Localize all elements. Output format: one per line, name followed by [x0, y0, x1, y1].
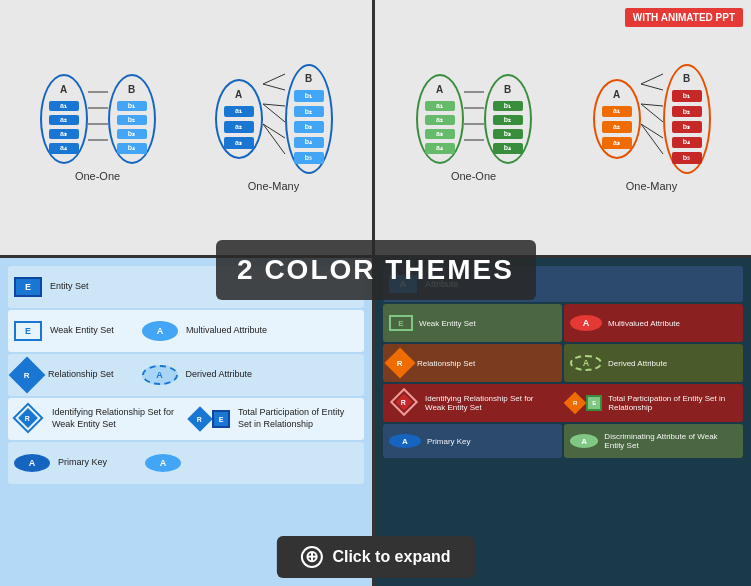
- node-oa1: a₁: [602, 106, 632, 118]
- total-r-dark: R: [573, 400, 577, 406]
- total-part-diamond-dark: R: [564, 392, 587, 415]
- set-a-oval-green: A a₁ a₂ a₃ a₄: [416, 74, 464, 164]
- node-oa3: a₃: [602, 137, 632, 149]
- diagram-one-many-orange: A a₁ a₂ a₃ B b₁: [593, 64, 711, 192]
- derived-icon: A: [142, 365, 178, 385]
- node-b2-many: b₂: [294, 106, 324, 117]
- set-a-label: A: [60, 84, 67, 95]
- node-a2-many: a₂: [224, 121, 254, 133]
- attr-small-icon: A: [145, 454, 181, 472]
- discriminating-dark: A Discriminating Attribute of Weak Entit…: [564, 424, 743, 458]
- relationship-diamond: R: [9, 357, 46, 394]
- one-one-visual-green: A a₁ a₂ a₃ a₄ B b₁ b: [416, 74, 532, 164]
- total-part-dark-text: Total Participation of Entity Set in Rel…: [608, 394, 735, 412]
- set-b-label-orange: B: [683, 73, 690, 84]
- identifying-icon: R: [14, 404, 44, 434]
- set-a-label-green: A: [436, 84, 443, 95]
- identifying-diamond-wrap: R: [14, 404, 44, 434]
- one-one-connectors: [88, 74, 108, 164]
- primary-key-oval: A: [14, 454, 50, 472]
- svg-line-14: [641, 74, 663, 84]
- node-gb4: b₄: [493, 143, 523, 153]
- node-b3: b₃: [117, 129, 147, 139]
- total-part-e: E: [212, 410, 230, 428]
- relationship-icon: R: [14, 362, 40, 388]
- derived-dark-text: Derived Attribute: [608, 359, 667, 368]
- diagram-label-one-many: One-Many: [248, 180, 299, 192]
- set-a-oval-many: A a₁ a₂ a₃: [215, 79, 263, 159]
- node-ob3: b₃: [672, 121, 702, 132]
- one-many-orange-connectors: [641, 64, 663, 174]
- relationship-dark: R Relationship Set: [383, 344, 562, 382]
- discriminating-dark-text: Discriminating Attribute of Weak Entity …: [604, 432, 737, 450]
- node-b2: b₂: [117, 115, 147, 125]
- entity-set-icon: E: [14, 277, 42, 297]
- node-b1: b₁: [117, 101, 147, 111]
- node-a2: a₂: [49, 115, 79, 125]
- node-a3-many: a₃: [224, 137, 254, 149]
- node-ob2: b₂: [672, 106, 702, 117]
- one-many-connectors: [263, 64, 285, 174]
- top-left: A a₁ a₂ a₃ a₄ B: [0, 0, 375, 255]
- expand-plus-icon: ⊕: [300, 546, 322, 568]
- weak-entity-dark-text: Weak Entity Set: [419, 319, 476, 328]
- node-gb2: b₂: [493, 115, 523, 125]
- node-b3-many: b₃: [294, 121, 324, 132]
- weak-entity-dark: E Weak Entity Set: [383, 304, 562, 342]
- svg-line-4: [263, 74, 285, 84]
- primary-key-icon: A: [14, 454, 50, 472]
- attr-small-oval: A: [145, 454, 181, 472]
- legend-relationship: R Relationship Set A Derived Attribute: [8, 354, 364, 396]
- legend-row-5-dark: A Primary Key A Discriminating Attribute…: [383, 424, 743, 458]
- derived-text: Derived Attribute: [186, 369, 253, 381]
- middle-banner: 2 COLOR THEMES: [216, 240, 536, 300]
- node-a3: a₃: [49, 129, 79, 139]
- identifying-r-dark: R: [401, 399, 406, 406]
- identifying-text: Identifying Relationship Set for Weak En…: [52, 407, 175, 430]
- diagram-label-one-one-green: One-One: [451, 170, 496, 182]
- total-part-diamond: R: [187, 406, 212, 431]
- weak-entity-rect-dark: E: [389, 315, 413, 331]
- multivalued-oval: A: [142, 321, 178, 341]
- svg-line-8: [263, 124, 285, 138]
- primary-key-text: Primary Key: [58, 457, 107, 469]
- relationship-r-dark: R: [397, 359, 403, 368]
- svg-line-16: [641, 104, 663, 106]
- relationship-diamond-dark: R: [384, 347, 415, 378]
- set-b-oval-orange: B b₁ b₂ b₃ b₄ b₅: [663, 64, 711, 174]
- derived-oval-dark: A: [570, 355, 602, 371]
- relationship-dark-text: Relationship Set: [417, 359, 475, 368]
- diagram-label-one-many-orange: One-Many: [626, 180, 677, 192]
- identifying-diamond-dark-wrap: R: [391, 389, 419, 417]
- set-b-oval-green: B b₁ b₂ b₃ b₄: [484, 74, 532, 164]
- node-ga1: a₁: [425, 101, 455, 111]
- svg-line-15: [641, 84, 663, 90]
- node-b4-many: b₄: [294, 137, 324, 148]
- set-b-oval: B b₁ b₂ b₃ b₄: [108, 74, 156, 164]
- identifying-dark: R Identifying Relationship Set for Weak …: [383, 384, 743, 422]
- set-a-oval: A a₁ a₂ a₃ a₄: [40, 74, 88, 164]
- set-a-oval-orange: A a₁ a₂ a₃: [593, 79, 641, 159]
- legend-primary-key: A Primary Key A: [8, 442, 364, 484]
- set-a-label-many: A: [235, 89, 242, 100]
- derived-oval: A: [142, 365, 178, 385]
- primary-key-dark-text: Primary Key: [427, 437, 471, 446]
- set-a-label-orange: A: [613, 89, 620, 100]
- total-part-r: R: [198, 416, 203, 423]
- click-to-expand-button[interactable]: ⊕ Click to expand: [276, 536, 474, 578]
- legend-weak-entity: E Weak Entity Set A Multivalued Attribut…: [8, 310, 364, 352]
- svg-line-19: [641, 124, 663, 154]
- set-b-oval-many: B b₁ b₂ b₃ b₄ b₅: [285, 64, 333, 174]
- weak-entity-rect: E: [14, 321, 42, 341]
- primary-key-dark: A Primary Key: [383, 424, 562, 458]
- top-right: A a₁ a₂ a₃ a₄ B b₁ b: [375, 0, 751, 255]
- relationship-text: Relationship Set: [48, 369, 114, 381]
- node-ob5: b₅: [672, 152, 702, 163]
- node-b1-many: b₁: [294, 90, 324, 101]
- set-b-label-green: B: [504, 84, 511, 95]
- svg-line-6: [263, 104, 285, 106]
- svg-line-7: [263, 104, 285, 122]
- expand-label: Click to expand: [332, 548, 450, 566]
- node-ob4: b₄: [672, 137, 702, 148]
- node-oa2: a₂: [602, 121, 632, 133]
